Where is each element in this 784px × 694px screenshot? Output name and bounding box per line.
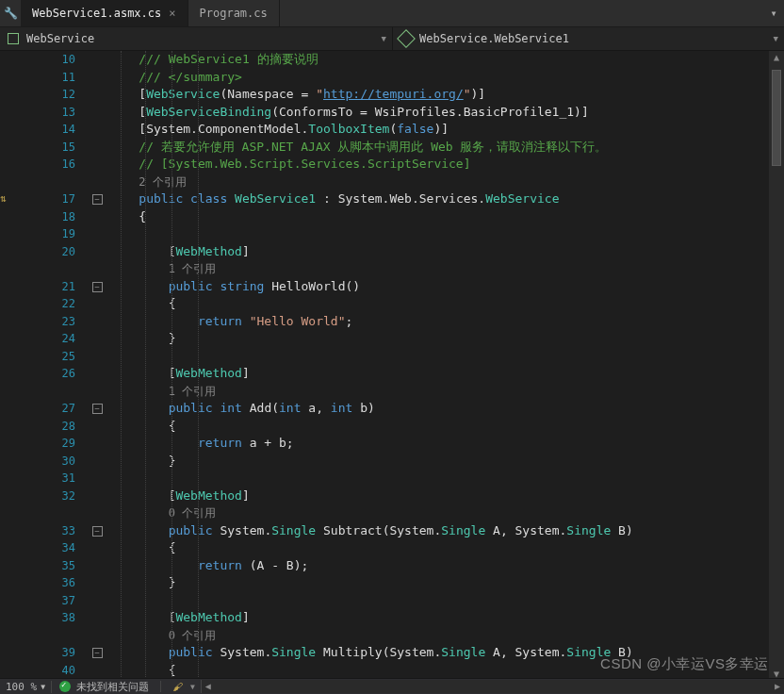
chevron-down-icon: ▼ [382,34,386,43]
fold-toggle[interactable]: − [92,526,103,537]
zoom-label: 100 % [6,681,37,693]
fold-margin: − − − − − [85,51,109,681]
chevron-down-icon: ▼ [774,34,778,43]
fold-toggle[interactable]: − [92,282,103,292]
code-changes-icon: ⇅ [0,190,23,208]
vertical-scrollbar[interactable]: ▲ ▼ [769,51,784,681]
horizontal-scrollbar[interactable]: ◀ ▶ [201,680,784,693]
editor-window: 🔧 WebService1.asmx.cs × Program.cs ▾ Web… [0,0,784,694]
nav-scope-dropdown[interactable]: WebService ▼ [0,27,392,50]
issues-indicator[interactable]: 未找到相关问题 [52,680,156,694]
namespace-icon [6,31,21,46]
indicator-margin: ⇅ [0,51,23,681]
code-editor[interactable]: ⇅ 10 11 12 13 14 15 16 17 18 19 20 21 22 [0,51,784,681]
codelens[interactable]: 0 个引用 [169,629,216,642]
brush-icon[interactable]: 🖌 [165,681,190,693]
nav-member-label: WebService.WebService1 [419,32,569,45]
nav-scope-label: WebService [26,32,94,45]
issues-label: 未找到相关问题 [76,680,149,694]
tab-active-label: WebService1.asmx.cs [32,7,161,20]
tab-dropdown-icon[interactable]: ▾ [763,0,784,26]
line-number-margin: 10 11 12 13 14 15 16 17 18 19 20 21 22 2… [23,51,85,681]
zoom-dropdown[interactable]: 100 % ▼ [0,681,52,693]
scroll-left-icon[interactable]: ◀ [202,680,215,693]
status-bar: 100 % ▼ 未找到相关问题 🖌 ▼ ◀ ▶ [0,678,784,694]
tab-active[interactable]: WebService1.asmx.cs × [21,0,188,26]
chevron-down-icon: ▼ [190,683,195,691]
codelens[interactable]: 1 个引用 [169,385,216,398]
codelens[interactable]: 1 个引用 [169,262,216,275]
toolbox-icon[interactable]: 🔧 [0,0,21,26]
scroll-up-icon[interactable]: ▲ [769,51,784,64]
nav-member-dropdown[interactable]: WebService.WebService1 ▼ [392,27,784,50]
check-icon [59,681,71,692]
tab-strip: 🔧 WebService1.asmx.cs × Program.cs ▾ [0,0,784,27]
scroll-thumb[interactable] [772,70,781,166]
fold-toggle[interactable]: − [92,194,103,205]
chevron-down-icon: ▼ [41,683,45,691]
class-icon [399,31,414,46]
fold-toggle[interactable]: − [92,404,103,414]
close-icon[interactable]: × [169,7,175,20]
tab-inactive-label: Program.cs [200,7,268,20]
fold-toggle[interactable]: − [92,648,103,658]
scroll-right-icon[interactable]: ▶ [771,680,784,693]
nav-bar: WebService ▼ WebService.WebService1 ▼ [0,27,784,51]
code-area[interactable]: /// WebService1 的摘要说明 /// </summary> [We… [109,51,769,681]
tab-inactive[interactable]: Program.cs [188,0,280,26]
codelens[interactable]: 0 个引用 [169,506,216,520]
